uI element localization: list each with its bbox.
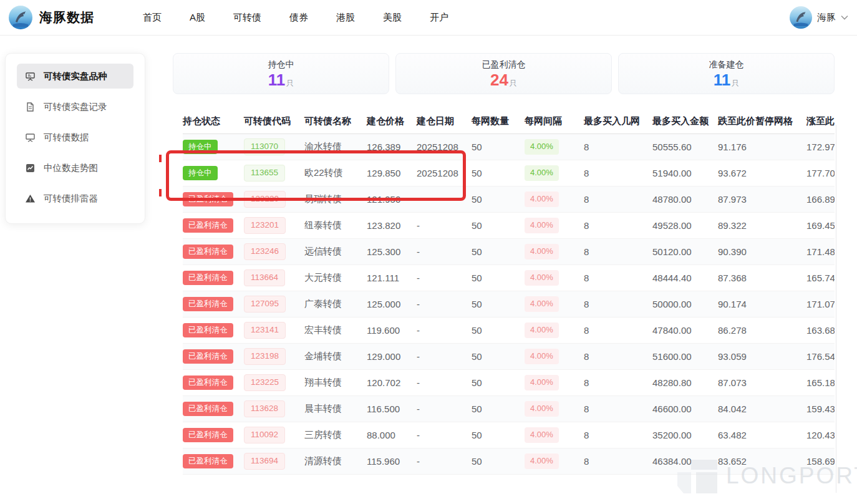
bond-code-badge[interactable]: 113664: [244, 269, 285, 286]
table-row[interactable]: 已盈利清仓113694清源转债115.960-504.00%846384.008…: [183, 448, 835, 475]
table-row[interactable]: 已盈利清仓123220易瑞转债121.950-504.00%848780.008…: [183, 187, 835, 213]
table-row[interactable]: 持仓中113070渝水转债126.38920251208504.00%85055…: [183, 134, 835, 160]
entry-price: 121.111: [367, 273, 399, 283]
bond-code-badge[interactable]: 110092: [244, 427, 285, 443]
grid-interval-badge: 4.00%: [525, 296, 559, 311]
entry-price: 129.850: [367, 168, 400, 178]
grid-quantity: 50: [472, 430, 482, 440]
bond-code-badge[interactable]: 113070: [244, 138, 285, 155]
grid-interval-badge: 4.00%: [525, 375, 559, 390]
grid-quantity: 50: [472, 246, 482, 257]
max-grids: 8: [584, 404, 589, 414]
pause-price-up: 169.45: [806, 220, 835, 231]
nav-item-a-shares[interactable]: A股: [190, 12, 205, 24]
user-menu[interactable]: 海豚: [790, 6, 848, 29]
max-buy-amount: 50120.00: [652, 246, 692, 257]
table-row[interactable]: 已盈利清仓123225翔丰转债120.702-504.00%848280.808…: [183, 370, 835, 396]
bond-code-badge[interactable]: 123201: [244, 217, 286, 234]
table-row[interactable]: 已盈利清仓123201纽泰转债123.820-504.00%849528.008…: [183, 213, 835, 239]
bond-code-badge[interactable]: 123141: [244, 322, 286, 339]
red-annotation-mark: [159, 155, 162, 162]
nav-item-bonds[interactable]: 债券: [289, 12, 308, 24]
entry-price: 121.950: [367, 194, 400, 205]
status-badge: 持仓中: [183, 140, 218, 153]
presentation-board-icon: [25, 71, 36, 82]
table-row[interactable]: 已盈利清仓123141宏丰转债119.600-504.00%847840.008…: [183, 317, 835, 344]
table-row[interactable]: 持仓中113655欧22转债129.85020251208504.00%8519…: [183, 160, 835, 187]
status-badge: 已盈利清仓: [183, 454, 233, 468]
stat-value: 11只: [714, 72, 740, 88]
pause-price-down: 87.973: [718, 194, 747, 205]
nav-item-open-account[interactable]: 开户: [430, 12, 448, 24]
nav-item-convertible-bonds[interactable]: 可转债: [233, 12, 261, 24]
warning-icon: [25, 193, 36, 204]
entry-date: -: [417, 299, 420, 309]
column-header: 可转债代码: [244, 115, 304, 127]
bond-name: 欧22转债: [304, 167, 343, 178]
stat-unit: 只: [732, 79, 739, 87]
pause-price-down: 63.482: [718, 430, 747, 440]
entry-price: 123.820: [367, 220, 400, 231]
top-nav: 首页A股可转债债券港股美股开户: [143, 12, 448, 24]
entry-date: -: [417, 246, 420, 257]
sidebar-item-median-trend[interactable]: 中位数走势图: [17, 155, 133, 180]
brand-title: 海豚数据: [39, 9, 94, 26]
table-row[interactable]: 已盈利清仓127095广泰转债125.000-504.00%850000.009…: [183, 291, 835, 317]
status-badge: 已盈利清仓: [183, 323, 233, 337]
nav-item-home[interactable]: 首页: [143, 12, 162, 24]
entry-price: 125.000: [367, 299, 400, 309]
bond-code-badge[interactable]: 123220: [244, 191, 286, 208]
bond-code-badge[interactable]: 127095: [244, 296, 286, 313]
pause-price-down: 93.059: [718, 351, 747, 362]
bond-name: 远信转债: [304, 246, 342, 256]
column-header: 每网间隔: [525, 115, 584, 127]
pause-price-up: 176.54: [806, 351, 835, 362]
bond-code-badge[interactable]: 113694: [244, 453, 285, 470]
bond-name: 清源转债: [304, 455, 342, 466]
nav-item-us-stocks[interactable]: 美股: [383, 12, 402, 24]
sidebar-item-label: 可转债实盘记录: [44, 101, 107, 113]
bond-name: 翔丰转债: [304, 377, 342, 387]
entry-date: 20251208: [417, 142, 458, 152]
entry-date: -: [417, 430, 420, 440]
sidebar-item-live-varieties[interactable]: 可转债实盘品种: [17, 64, 133, 89]
grid-interval-badge: 4.00%: [525, 453, 559, 468]
pause-price-up: 165.74: [806, 273, 835, 283]
grid-quantity: 50: [472, 273, 482, 283]
nav-item-hk-stocks[interactable]: 港股: [336, 12, 355, 24]
bond-code-badge[interactable]: 123198: [244, 348, 286, 365]
status-badge: 持仓中: [183, 166, 218, 180]
bond-name: 易瑞转债: [304, 193, 342, 204]
sidebar-item-bond-data[interactable]: 可转债数据: [17, 125, 133, 150]
stat-value: 11只: [268, 72, 294, 88]
bonds-table: 持仓状态可转债代码可转债名称建仓价格建仓日期每网数量每网间隔最多买入几网最多买入…: [173, 109, 835, 475]
max-buy-amount: 51600.00: [652, 351, 692, 362]
entry-price: 119.600: [367, 325, 400, 336]
table-row[interactable]: 已盈利清仓110092三房转债88.000-504.00%835200.0063…: [183, 422, 835, 448]
status-badge: 已盈利清仓: [183, 218, 233, 232]
bond-code-badge[interactable]: 113628: [244, 400, 285, 417]
max-buy-amount: 48280.80: [652, 377, 692, 388]
grid-quantity: 50: [472, 168, 482, 178]
table-row[interactable]: 已盈利清仓113628晨丰转债116.500-504.00%846600.008…: [183, 396, 835, 422]
table-row[interactable]: 已盈利清仓123246远信转债125.300-504.00%850120.009…: [183, 239, 835, 265]
brand[interactable]: 海豚数据: [9, 6, 94, 29]
sidebar-item-live-records[interactable]: 可转债实盘记录: [17, 94, 133, 119]
pause-price-down: 91.176: [718, 142, 747, 152]
grid-interval-badge: 4.00%: [525, 401, 559, 416]
status-badge: 已盈利清仓: [183, 297, 233, 311]
status-badge: 已盈利清仓: [183, 402, 233, 415]
pause-price-up: 163.68: [806, 325, 835, 336]
table-row[interactable]: 已盈利清仓123198金埔转债129.000-504.00%851600.009…: [183, 344, 835, 370]
bond-code-badge[interactable]: 123225: [244, 374, 286, 391]
bond-code-badge[interactable]: 123246: [244, 243, 286, 260]
max-buy-amount: 49528.00: [652, 220, 692, 231]
bond-name: 晨丰转债: [304, 403, 342, 414]
pause-price-down: 89.322: [718, 220, 747, 231]
sidebar: 可转债实盘品种可转债实盘记录可转债数据中位数走势图可转债排雷器: [5, 53, 145, 224]
sidebar-item-mine-detector[interactable]: 可转债排雷器: [17, 186, 133, 211]
table-row[interactable]: 已盈利清仓113664大元转债121.111-504.00%848444.408…: [183, 265, 835, 291]
bond-code-badge[interactable]: 113655: [244, 165, 285, 182]
sidebar-item-label: 可转债实盘品种: [44, 70, 107, 82]
max-buy-amount: 50000.00: [652, 299, 692, 309]
